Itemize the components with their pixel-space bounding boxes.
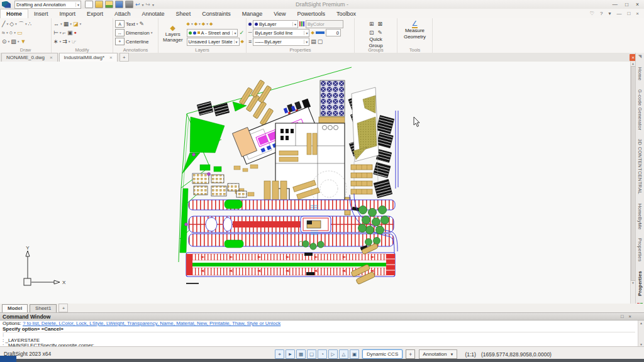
snap-toggle-icon[interactable]: ▢ xyxy=(307,349,316,359)
redo-icon[interactable]: ↪ xyxy=(146,1,151,8)
ungroup-icon[interactable]: ⊠ xyxy=(378,20,383,28)
caret-icon[interactable]: ▾ xyxy=(191,22,193,26)
dock-tab-properties[interactable]: Properties xyxy=(637,238,643,261)
edit-grips-icon[interactable]: ☞ xyxy=(72,38,77,45)
tab-attach[interactable]: Attach xyxy=(109,9,136,18)
property-painter-icon[interactable] xyxy=(248,23,252,26)
linestyle-icon[interactable]: ┄ xyxy=(248,29,252,36)
workspace-dropdown[interactable]: Drafting and Annotation ▾ xyxy=(14,1,81,9)
tab-export[interactable]: Export xyxy=(81,9,109,18)
caret-icon[interactable]: ▾ xyxy=(136,22,138,26)
quick-group-button[interactable]: Quick Group xyxy=(357,37,395,47)
measure-geometry-button[interactable]: Measure Geometry xyxy=(399,28,430,42)
sheet1-tab[interactable]: Sheet1 xyxy=(30,304,57,312)
lineweight-field[interactable]: 0 xyxy=(326,29,341,36)
dynamic-ccs-button[interactable]: Dynamic CCS xyxy=(362,349,402,359)
caret-icon[interactable]: ▾ xyxy=(199,22,201,26)
caret-icon[interactable]: ▾ xyxy=(6,22,8,26)
add-ccs-button[interactable]: + xyxy=(406,349,415,359)
tab-home[interactable]: Home xyxy=(0,9,28,18)
open-file-icon[interactable] xyxy=(95,1,103,8)
tab-sheet[interactable]: Sheet xyxy=(170,9,197,18)
spline-icon[interactable]: ≈ xyxy=(2,29,5,36)
tab-constraints[interactable]: Constraints xyxy=(196,9,236,18)
bycolor-dropdown[interactable]: ByColor xyxy=(306,20,343,28)
drawing-canvas[interactable]: Y X xyxy=(0,62,630,304)
doc-restore-button[interactable]: □ xyxy=(627,11,630,16)
undo-icon[interactable]: ↩ xyxy=(135,1,140,8)
dock-tab-gcode[interactable]: G-code Generator xyxy=(637,89,643,130)
caret-icon[interactable]: ▾ xyxy=(151,31,153,35)
dock-tab-home[interactable]: Home xyxy=(637,67,643,80)
lineweight-dropdown[interactable]: —— ByLayer ▾ xyxy=(253,38,309,46)
dock-tab-homebyme[interactable]: HomeByMe xyxy=(637,204,643,230)
drawing-viewport[interactable]: Y X xyxy=(0,62,630,304)
auto-hide-pin-icon[interactable]: ◥ xyxy=(638,54,641,59)
caret-icon[interactable]: ▾ xyxy=(206,22,208,26)
group-edit-icon[interactable]: ⊡ xyxy=(369,29,374,36)
polyline-icon[interactable]: ◇ xyxy=(9,20,14,28)
annotation-scale-dropdown[interactable]: Annotation ▼ xyxy=(419,349,457,359)
weld-icon[interactable]: ● xyxy=(74,29,76,36)
layer-state-dropdown[interactable]: Unsaved Layer State ▾ xyxy=(187,38,240,46)
help-icon[interactable]: ? xyxy=(600,11,602,16)
text-label[interactable]: Text xyxy=(126,21,135,27)
canvas-vertical-scrollbar[interactable]: ▲ ▼ xyxy=(630,62,635,304)
help-caret-icon[interactable]: ▾ xyxy=(608,11,611,16)
linestyle-dropdown[interactable]: ByLayer Solid line ▾ xyxy=(253,29,309,37)
line-color-dropdown[interactable]: ByLayer ▾ xyxy=(253,20,298,28)
hatch-icon[interactable]: ▨ xyxy=(11,38,16,45)
command-window-titlebar[interactable]: Command Window □ × xyxy=(0,313,644,321)
caret-icon[interactable]: ▾ xyxy=(25,22,27,26)
doc-close-button[interactable]: × xyxy=(636,11,639,16)
caret-icon[interactable]: ▾ xyxy=(8,40,10,43)
caret-icon[interactable]: ▾ xyxy=(60,31,62,35)
entity-snap-toggle-icon[interactable]: ⌖ xyxy=(275,349,284,359)
layer-tool-icon[interactable]: ◆ xyxy=(194,21,197,26)
offset-icon[interactable]: ⌐ xyxy=(63,29,66,36)
command-history[interactable]: Options: ? to list, Delete, LColor, Lock… xyxy=(0,321,644,348)
scroll-up-icon[interactable]: ▲ xyxy=(631,62,635,65)
stretch-icon[interactable]: ↔ xyxy=(53,20,59,28)
active-layer-dropdown[interactable]: A - Street and ▾ xyxy=(187,29,238,37)
mirror-icon[interactable]: ⊢ xyxy=(53,29,58,36)
restore-button[interactable]: □ xyxy=(625,1,628,8)
frame-toggle-icon[interactable]: ▣ xyxy=(350,349,359,359)
caret-icon[interactable]: ▾ xyxy=(70,22,72,26)
add-sheet-button[interactable]: + xyxy=(58,304,68,312)
layer-tool-icon[interactable]: ◆ xyxy=(187,21,190,26)
copy-icon[interactable]: ⇉ xyxy=(62,38,67,45)
caret-icon[interactable]: ▾ xyxy=(6,31,8,35)
caret-icon[interactable]: ▾ xyxy=(80,22,82,26)
doc-minimize-button[interactable]: — xyxy=(616,11,621,16)
explode-icon[interactable]: ∗ xyxy=(53,38,58,45)
new-tab-button[interactable]: + xyxy=(119,53,129,62)
close-tab-icon[interactable]: × xyxy=(109,55,113,60)
tab-annotate[interactable]: Annotate xyxy=(136,9,170,18)
undo-caret-icon[interactable]: ▾ xyxy=(142,3,144,7)
rgb-bars-icon[interactable] xyxy=(299,21,304,26)
layer-tool-icon[interactable]: ◆ xyxy=(209,21,213,26)
minimize-button[interactable]: — xyxy=(612,1,618,8)
pointer-toggle-icon[interactable]: ► xyxy=(286,349,295,359)
caret-icon[interactable]: ▾ xyxy=(18,40,19,43)
close-panel-icon[interactable]: × xyxy=(629,314,631,319)
favorites-heart-icon[interactable]: ♡ xyxy=(590,11,594,16)
save-file-icon[interactable] xyxy=(115,1,123,8)
layer-mini-icon[interactable]: ◆ xyxy=(311,30,314,35)
layer-tool-icon[interactable]: ◆ xyxy=(202,21,205,26)
tab-insert[interactable]: Insert xyxy=(28,9,54,18)
redo-caret-icon[interactable]: ▾ xyxy=(152,3,154,7)
caret-icon[interactable]: ▾ xyxy=(69,40,70,43)
model-tab[interactable]: Model xyxy=(2,304,28,312)
eraser-icon[interactable]: ◪ xyxy=(73,20,79,28)
grid-toggle-icon[interactable]: ▦ xyxy=(296,349,306,359)
measure-geometry-icon[interactable]: ∠ xyxy=(412,19,418,28)
command-scrollbar[interactable]: ▲ ▼ xyxy=(638,321,644,347)
import-file-icon[interactable] xyxy=(105,1,113,8)
doc-tab-noname[interactable]: NONAME_0.dwg × xyxy=(1,53,58,62)
line-icon[interactable]: ╱ xyxy=(2,20,5,28)
layers-manager-button[interactable]: ◆ Layers Manager xyxy=(160,19,186,47)
tab-powertools[interactable]: Powertools xyxy=(292,9,331,18)
tab-import[interactable]: Import xyxy=(54,9,82,18)
